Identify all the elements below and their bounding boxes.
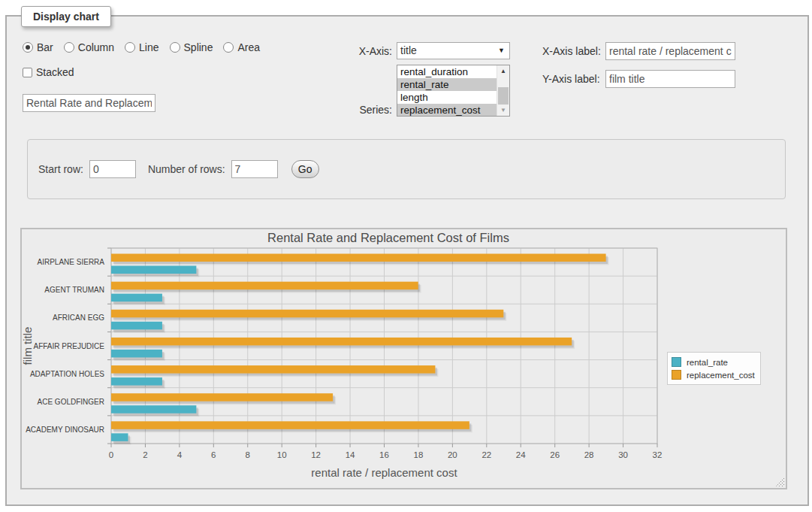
bar-rental_rate [111,294,162,302]
x-tick-label: 26 [550,450,560,459]
series-label: Series: [346,104,392,116]
bar-replacement_cost [111,393,333,401]
x-tick-label: 20 [448,450,457,459]
x-axis-label-field-label: X-Axis label: [542,45,602,57]
category-label: ACE GOLDFINGER [38,398,104,406]
legend-swatch-icon [672,357,681,367]
stacked-checkbox[interactable]: Stacked [23,66,74,78]
chevron-down-icon: ▼ [498,47,505,54]
category-label: AFFAIR PREJUDICE [34,342,105,350]
scroll-down-icon[interactable]: ▼ [497,105,509,116]
radio-label: Spline [184,41,213,53]
x-tick-label: 2 [143,450,147,459]
x-axis-title: rental rate / replacement cost [311,466,457,479]
series-option-rental_duration[interactable]: rental_duration [397,65,497,78]
bar-replacement_cost [111,421,469,429]
x-tick-label: 30 [618,450,628,459]
x-tick-label: 18 [414,450,424,459]
chart-title: Rental Rate and Replacement Cost of Film… [267,231,509,244]
num-rows-input[interactable] [231,160,278,178]
radio-label: Area [237,41,260,53]
legend-swatch-icon [672,370,681,380]
category-label: AGENT TRUMAN [44,286,104,294]
start-row-input[interactable] [89,160,136,178]
bar-rental_rate [111,377,162,386]
chart-type-option-column[interactable]: Column [64,41,114,53]
bar-replacement_cost [111,282,418,290]
scroll-up-icon[interactable]: ▲ [497,65,509,77]
series-listbox[interactable]: rental_durationrental_ratelengthreplacem… [397,65,510,117]
y-axis-label-input[interactable] [605,70,735,88]
bar-rental_rate [111,266,196,274]
series-option-length[interactable]: length [397,91,497,104]
stacked-checkbox-group: Stacked [23,66,74,78]
num-rows-label: Number of rows: [148,163,225,175]
bar-replacement_cost [111,365,435,374]
radio-icon[interactable] [170,42,180,53]
y-axis-title: film title [22,327,34,365]
bar-rental_rate [111,322,162,330]
radio-label: Line [139,41,158,53]
category-label: AFRICAN EGG [53,314,104,322]
chart-type-option-area[interactable]: Area [223,41,260,53]
radio-label: Column [78,41,114,53]
x-tick-label: 24 [516,450,526,459]
x-tick-label: 28 [584,450,594,459]
chart-title-input[interactable] [23,94,155,112]
radio-label: Bar [37,41,53,53]
chart-type-option-spline[interactable]: Spline [170,41,213,53]
x-tick-label: 32 [653,450,663,459]
series-option-replacement_cost[interactable]: replacement_cost [397,104,497,117]
radio-icon[interactable] [64,42,74,53]
chart-container: Rental Rate and Replacement Cost of Film… [20,228,787,489]
checkbox-icon[interactable] [23,68,32,77]
x-tick-label: 22 [481,450,491,459]
category-label: AIRPLANE SIERRA [38,258,105,266]
y-axis-label-field-label: Y-Axis label: [542,73,602,85]
panel-tab-title: Display chart [21,6,111,27]
x-axis-label: X-Axis: [346,45,392,57]
chart-type-option-bar[interactable]: Bar [23,41,53,53]
category-label: ADAPTATION HOLES [30,370,104,378]
legend-entry-rental_rate: rental_rate [672,356,755,368]
display-chart-panel: Display chart BarColumnLineSplineArea St… [5,15,809,506]
radio-icon[interactable] [223,42,234,53]
x-tick-label: 10 [277,450,287,459]
legend-entry-replacement_cost: replacement_cost [672,368,755,381]
series-list-scrollbar[interactable]: ▲ ▼ [497,65,509,116]
x-tick-label: 4 [177,450,183,459]
go-button[interactable]: Go [291,160,319,178]
chart-type-option-line[interactable]: Line [125,41,158,53]
x-tick-label: 12 [311,450,321,459]
bar-replacement_cost [111,338,572,346]
legend-label: replacement_cost [687,371,755,380]
x-tick-label: 14 [346,450,355,459]
x-tick-label: 0 [109,450,113,459]
category-label: ACADEMY DINOSAUR [26,426,104,434]
rows-form: Start row: Number of rows: Go [27,139,786,199]
bar-rental_rate [111,350,162,358]
start-row-label: Start row: [38,163,83,175]
bar-replacement_cost [111,254,606,262]
legend-label: rental_rate [687,358,728,367]
series-option-rental_rate[interactable]: rental_rate [397,78,497,91]
chart-legend: rental_ratereplacement_cost [667,352,761,385]
x-axis-selected-value: title [400,44,417,56]
x-tick-label: 6 [211,450,216,459]
stacked-label: Stacked [36,66,74,78]
x-tick-label: 16 [379,450,389,459]
scrollbar-thumb[interactable] [498,87,509,105]
bar-rental_rate [111,433,128,441]
radio-icon[interactable] [23,42,33,53]
radio-icon[interactable] [125,42,135,53]
x-axis-select[interactable]: title ▼ [397,42,510,59]
bar-replacement_cost [111,310,503,318]
x-tick-label: 8 [246,450,250,459]
chart-type-radio-group: BarColumnLineSplineArea [23,41,260,53]
bar-rental_rate [111,405,196,414]
resize-handle-icon[interactable] [776,478,784,486]
x-axis-label-input[interactable] [605,42,735,60]
